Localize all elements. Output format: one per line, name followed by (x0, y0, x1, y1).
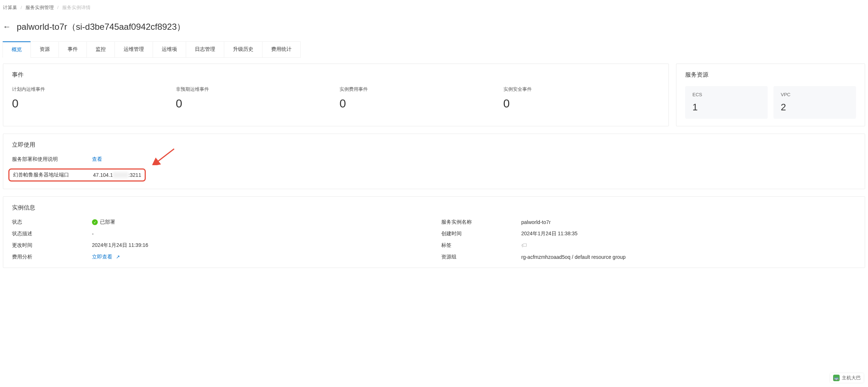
event-label: 实例安全事件 (503, 86, 660, 93)
tag-icon: 🏷 (521, 242, 527, 248)
update-time-value: 2024年1月24日 11:39:16 (92, 242, 148, 249)
create-time-label: 创建时间 (441, 231, 521, 237)
update-time-label: 更改时间 (12, 242, 92, 249)
resource-label: VPC (781, 92, 849, 97)
usage-card: 立即使用 服务部署和使用说明 查看 幻兽帕鲁服务器地址端口 47.104.1xx… (3, 134, 865, 189)
status-desc-value: - (92, 231, 94, 237)
event-label: 计划内运维事件 (12, 86, 169, 93)
name-label: 服务实例名称 (441, 219, 521, 225)
server-addr-label: 幻兽帕鲁服务器地址端口 (13, 172, 93, 178)
event-item: 实例安全事件 0 (503, 86, 660, 110)
status-value: ✓已部署 (92, 219, 115, 225)
tabs: 概览 资源 事件 监控 运维管理 运维项 日志管理 升级历史 费用统计 (0, 41, 868, 58)
resource-group-value: rg-acfmzmhzoaad5oq / default resource gr… (521, 254, 626, 260)
tags-label: 标签 (441, 242, 521, 249)
event-item: 非预期运维事件 0 (176, 86, 333, 110)
external-link-icon[interactable]: ↗ (116, 254, 120, 260)
status-label: 状态 (12, 219, 92, 225)
check-circle-icon: ✓ (92, 219, 98, 225)
name-value: palworld-to7r (521, 219, 551, 225)
page-header: ← palworld-to7r（si-d3be745aaf0942cf8923） (0, 15, 868, 41)
breadcrumb-root[interactable]: 计算巢 (3, 5, 17, 10)
resource-value: 2 (781, 102, 849, 113)
tab-overview[interactable]: 概览 (3, 41, 31, 58)
create-time-value: 2024年1月24日 11:38:35 (521, 231, 578, 237)
tab-ops-mgmt[interactable]: 运维管理 (114, 41, 153, 58)
events-card-title: 事件 (12, 71, 660, 79)
breadcrumb-current: 服务实例详情 (62, 5, 91, 10)
server-addr-value: 47.104.1xx.xxx:3211 (93, 172, 141, 178)
tab-ops-items[interactable]: 运维项 (153, 41, 186, 58)
deploy-doc-link[interactable]: 查看 (92, 156, 102, 163)
tab-billing[interactable]: 费用统计 (262, 41, 301, 58)
usage-card-title: 立即使用 (12, 141, 856, 149)
deploy-doc-label: 服务部署和使用说明 (12, 156, 92, 163)
tab-upgrade[interactable]: 升级历史 (224, 41, 262, 58)
breadcrumb: 计算巢 / 服务实例管理 / 服务实例详情 (0, 0, 868, 15)
instance-card-title: 实例信息 (12, 204, 856, 212)
tab-monitor[interactable]: 监控 (87, 41, 115, 58)
resource-item-vpc[interactable]: VPC 2 (773, 86, 856, 119)
tab-logs[interactable]: 日志管理 (186, 41, 224, 58)
events-card: 事件 计划内运维事件 0 非预期运维事件 0 实例费用事件 0 实例安全事件 0 (3, 64, 669, 126)
tab-events[interactable]: 事件 (59, 41, 87, 58)
event-label: 非预期运维事件 (176, 86, 333, 93)
tags-value[interactable]: 🏷 (521, 242, 527, 249)
page-title: palworld-to7r（si-d3be745aaf0942cf8923） (17, 21, 185, 33)
resources-card: 服务资源 ECS 1 VPC 2 (676, 64, 865, 126)
event-value: 0 (503, 97, 660, 110)
event-label: 实例费用事件 (339, 86, 496, 93)
tab-resources[interactable]: 资源 (31, 41, 59, 58)
event-item: 实例费用事件 0 (339, 86, 496, 110)
status-desc-label: 状态描述 (12, 231, 92, 237)
cost-link[interactable]: 立即查看 (92, 254, 112, 260)
cost-label: 费用分析 (12, 254, 92, 260)
server-address-highlight: 幻兽帕鲁服务器地址端口 47.104.1xx.xxx:3211 (8, 168, 146, 182)
resource-group-label: 资源组 (441, 254, 521, 260)
resource-item-ecs[interactable]: ECS 1 (685, 86, 768, 119)
back-arrow-icon[interactable]: ← (3, 22, 11, 32)
instance-card: 实例信息 状态 ✓已部署 服务实例名称 palworld-to7r 状态描述 -… (3, 196, 865, 268)
event-item: 计划内运维事件 0 (12, 86, 169, 110)
resource-value: 1 (692, 102, 760, 113)
event-value: 0 (12, 97, 169, 110)
event-value: 0 (176, 97, 333, 110)
breadcrumb-mid[interactable]: 服务实例管理 (25, 5, 54, 10)
event-value: 0 (339, 97, 496, 110)
resource-label: ECS (692, 92, 760, 97)
resources-card-title: 服务资源 (685, 71, 856, 79)
